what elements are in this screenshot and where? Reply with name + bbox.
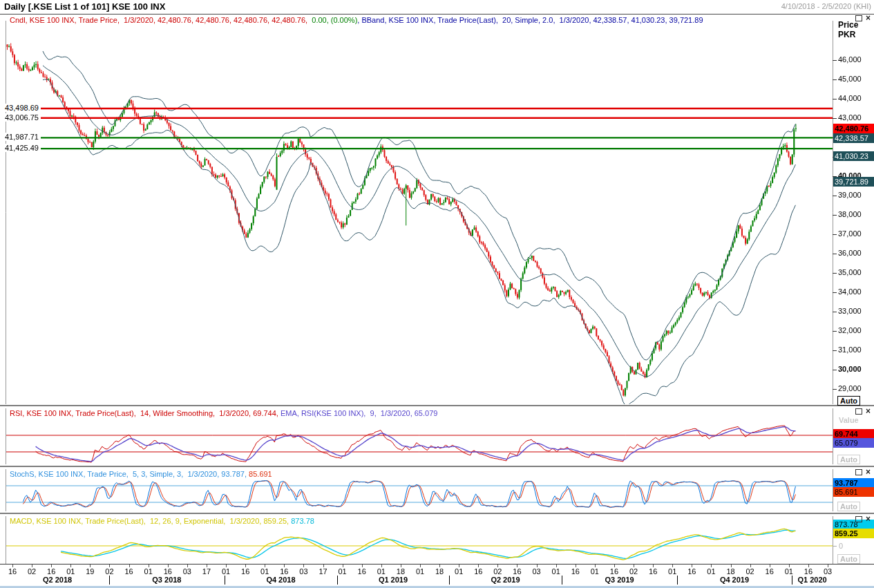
price-axis-tick: 30,000 [838,365,873,373]
time-axis-tick: 02 [625,567,643,576]
stoch-legend-segment: StochS, KSE 100 INX, Trade Price, 5, 3, … [10,470,249,478]
quarter-separator [792,576,792,585]
stoch-value-badge: 93.787 [833,478,874,488]
time-axis-tick: 02 [488,567,506,576]
restore-icon[interactable] [855,469,862,475]
rsi-value-badge: 65.079 [833,438,874,448]
time-axis-tick: 16 [275,567,293,576]
rsi-axis-value-label: Value [839,416,859,424]
time-axis-tick: 16 [159,567,177,576]
price-axis-tick: 37,000 [838,229,873,238]
time-axis-tick: 16 [353,567,371,576]
time-axis-tick: 03 [294,567,312,576]
time-axis-tick: 16 [42,567,60,576]
quarter-separator [449,576,450,585]
date-range-label: 4/10/2018 - 2/5/2020 (KHI) [781,2,871,10]
time-axis-tick: 01 [702,567,720,576]
time-axis-tick: 02 [741,567,759,576]
time-axis-tick: 01 [411,567,429,576]
restore-icon[interactable] [855,15,862,21]
macd-value-badge: 859.25 [833,529,874,538]
time-axis-tick: 16 [761,567,779,576]
quarter-label: Q1 2020 [781,576,844,584]
macd-legend: MACD, KSE 100 INX, Trade Price(Last), 12… [10,517,314,525]
auto-scale-button-main[interactable]: Auto [837,396,860,406]
quarter-label: Q4 2018 [250,576,312,584]
time-axis-tick: 18 [430,567,448,576]
time-axis-tick: 16 [799,567,817,576]
price-axis-tick: 34,000 [838,287,873,296]
quarter-separator [109,576,110,585]
time-axis-tick: 01 [780,567,798,576]
hline-label: 41,425.49 [4,144,41,152]
price-axis-tick: 35,000 [838,268,873,276]
stoch-legend: StochS, KSE 100 INX, Trade Price, 5, 3, … [10,470,272,478]
macd-legend-segment: MACD, KSE 100 INX, Trade Price(Last), 12… [10,517,291,525]
main-legend-segment: , BBand, KSE 100 INX, Trade Price(Last),… [357,16,703,24]
price-badge: 41,030.23 [833,151,874,161]
time-axis-tick: 17 [198,567,216,576]
time-axis-tick: 01 [663,567,681,576]
time-axis-tick: 16 [644,567,662,576]
quarter-label: Q3 2019 [589,576,651,584]
macd-zero-label: 0 [839,542,843,550]
restore-icon[interactable] [855,516,862,522]
time-axis-tick: 01 [61,567,79,576]
price-axis-tick: 39,000 [838,191,873,199]
close-icon[interactable]: × [866,408,871,415]
price-badge: 42,338.57 [833,133,874,143]
panel-separator-1 [0,405,874,406]
close-icon[interactable]: × [866,469,871,475]
price-badge: 42,480.76 [833,124,874,133]
rsi-legend-segment: EMA, RSI(KSE 100 INX), 9, 1/3/2020, 65.0… [281,409,437,417]
time-axis-tick: 03 [178,567,196,576]
quarter-label: Q2 2019 [475,576,537,584]
close-icon[interactable]: × [866,15,871,21]
time-axis-tick: 01 [334,567,352,576]
auto-scale-button-stoch[interactable]: Auto [837,502,860,511]
time-axis-tick: 03 [528,567,546,576]
main-panel-controls: × [855,15,871,21]
rsi-legend-segment: RSI, KSE 100 INX, Trade Price(Last), 14,… [10,409,281,417]
time-axis-tick: 16 [120,567,138,576]
quarter-label: Q1 2019 [362,576,424,584]
time-axis-tick: 01 [450,567,468,576]
price-axis-title: Price [838,20,858,30]
time-axis-tick: 01 [547,567,565,576]
time-axis-tick: 02 [100,567,118,576]
time-axis-tick: 01 [372,567,390,576]
time-axis-tick: 16 [567,567,585,576]
chart-window: Daily [.KSE List 1 of 101] KSE 100 INX 4… [0,0,874,588]
auto-scale-button-macd[interactable]: Auto [837,554,860,564]
time-axis-tick: 16 [469,567,487,576]
panel-separator-2 [0,466,874,467]
window-title: Daily [.KSE List 1 of 101] KSE 100 INX [4,1,165,12]
quarter-separator [337,576,338,585]
time-axis-tick: 02 [23,567,41,576]
price-axis-tick: 29,000 [838,384,873,392]
stoch-value-badge: 85.691 [833,487,874,497]
price-axis-tick: 43,000 [838,113,873,122]
main-legend-segment: 0.00, (0.00%) [312,16,357,24]
stoch-panel-controls: × [855,469,871,475]
auto-scale-button-rsi[interactable]: Auto [837,455,860,464]
price-axis-tick: 36,000 [838,249,873,257]
quarter-separator [677,576,678,585]
header-divider [0,14,874,15]
macd-legend-segment: 873.78 [291,517,314,525]
chart-canvas[interactable] [0,0,874,588]
time-axis-line [0,564,874,565]
price-axis-tick: 44,000 [838,94,873,102]
quarter-label: Q3 2018 [135,576,198,584]
price-axis-tick: 31,000 [838,345,873,354]
quarter-label: Q4 2019 [703,576,766,584]
close-icon[interactable]: × [866,516,871,522]
stoch-legend-segment: 85.691 [249,470,272,478]
time-axis-tick: 01 [586,567,604,576]
price-axis-tick: 45,000 [838,75,873,83]
restore-icon[interactable] [855,408,862,415]
time-axis-tick: 18 [392,567,410,576]
quarter-separator [562,576,562,585]
time-axis-tick: 18 [722,567,740,576]
rsi-legend: RSI, KSE 100 INX, Trade Price(Last), 14,… [10,409,437,417]
